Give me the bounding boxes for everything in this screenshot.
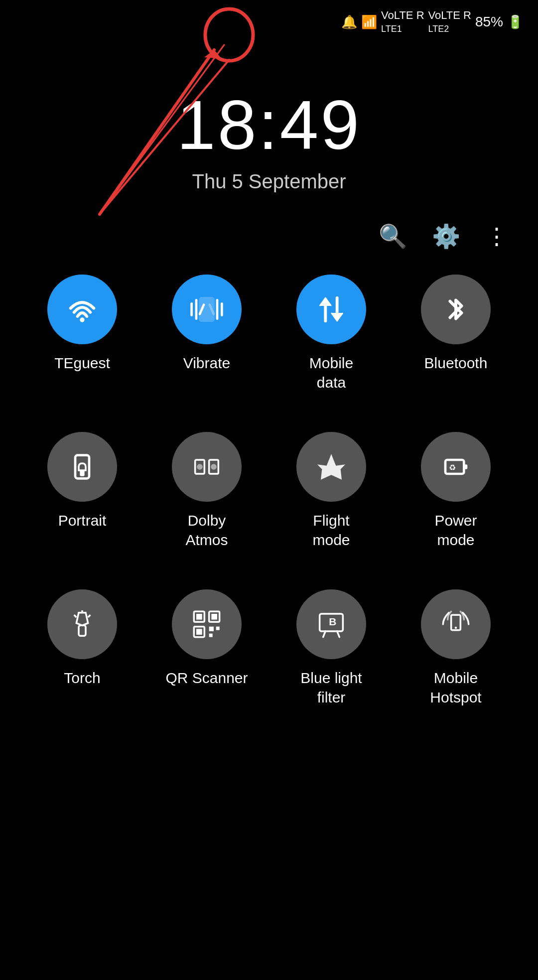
search-button[interactable]: 🔍 [379, 223, 407, 250]
svg-line-27 [74, 615, 77, 617]
qs-torch-circle [47, 589, 117, 659]
qs-teguest-label: TEguest [54, 353, 110, 373]
signal1-icon: VoLTE RLTE1 [381, 9, 424, 35]
svg-rect-32 [216, 627, 220, 630]
qs-torch[interactable]: Torch [20, 574, 144, 722]
qs-bluetooth[interactable]: Bluetooth [394, 260, 518, 407]
qs-vibrate[interactable]: Vibrate [144, 260, 269, 407]
svg-rect-35 [211, 614, 217, 620]
quick-settings-row-3: Torch QR Scanner B Blue lightfilter Mobi… [0, 574, 538, 722]
qs-mobile-hotspot[interactable]: MobileHotspot [394, 574, 518, 722]
svg-point-20 [211, 464, 217, 470]
qs-dolby-circle [172, 432, 242, 502]
svg-rect-22 [464, 464, 467, 469]
qs-flight-mode-label: Flightmode [312, 511, 350, 550]
svg-text:B: B [329, 616, 336, 627]
qs-bluetooth-circle [421, 275, 491, 344]
qs-qr-scanner[interactable]: QR Scanner [144, 574, 269, 722]
qs-portrait-label: Portrait [58, 511, 107, 530]
qs-dolby[interactable]: DolbyAtmos [144, 417, 269, 564]
svg-rect-24 [79, 625, 86, 636]
qs-portrait-circle [47, 432, 117, 502]
svg-rect-34 [196, 614, 202, 620]
qs-blue-light[interactable]: B Blue lightfilter [269, 574, 394, 722]
quick-settings-header: 🔍 ⚙️ ⋮ [0, 193, 538, 260]
qs-dolby-label: DolbyAtmos [185, 511, 228, 550]
qs-mobile-hotspot-label: MobileHotspot [430, 668, 481, 707]
svg-point-5 [80, 317, 84, 322]
qs-vibrate-label: Vibrate [183, 353, 231, 373]
qs-qr-scanner-circle [172, 589, 242, 659]
wifi-icon: 📶 [361, 14, 377, 30]
qs-mobile-data-circle [296, 275, 366, 344]
battery-icon: 🔋 [507, 14, 523, 30]
qs-portrait[interactable]: Portrait [20, 417, 144, 564]
qs-power-mode-circle: ♻ [421, 432, 491, 502]
qs-mobile-hotspot-circle [421, 589, 491, 659]
qs-mobile-data-label: Mobiledata [309, 353, 353, 392]
qs-flight-mode[interactable]: Flightmode [269, 417, 394, 564]
status-bar: 🔔 📶 VoLTE RLTE1 VoLTE RLTE2 85% 🔋 [0, 0, 538, 35]
qs-power-mode-label: Powermode [434, 511, 477, 550]
battery-percent: 85% [475, 14, 503, 30]
qs-qr-scanner-label: QR Scanner [165, 668, 248, 688]
svg-point-19 [197, 464, 203, 470]
more-button[interactable]: ⋮ [485, 223, 508, 250]
qs-bluetooth-label: Bluetooth [424, 353, 488, 373]
notification-icon: 🔔 [341, 14, 357, 30]
svg-rect-36 [196, 629, 202, 635]
svg-rect-31 [209, 627, 214, 631]
settings-button[interactable]: ⚙️ [432, 223, 460, 250]
qs-teguest[interactable]: TEguest [20, 260, 144, 407]
quick-settings-row-2: Portrait DolbyAtmos Flightmode ♻ Powermo… [0, 417, 538, 564]
signal2-icon: VoLTE RLTE2 [428, 9, 471, 35]
qs-power-mode[interactable]: ♻ Powermode [394, 417, 518, 564]
clock-time: 18:49 [177, 85, 361, 165]
qs-blue-light-circle: B [296, 589, 366, 659]
clock-date: Thu 5 September [192, 170, 346, 193]
svg-line-26 [88, 615, 91, 617]
qs-mobile-data[interactable]: Mobiledata [269, 260, 394, 407]
svg-point-42 [455, 627, 457, 629]
svg-marker-4 [204, 50, 222, 59]
qs-blue-light-label: Blue lightfilter [300, 668, 362, 707]
qs-torch-label: Torch [64, 668, 100, 688]
svg-rect-33 [209, 634, 213, 637]
qs-teguest-circle [47, 275, 117, 344]
quick-settings-row-1: TEguest Vibrate Mobiledata Bluetooth [0, 260, 538, 407]
qs-flight-mode-circle [296, 432, 366, 502]
clock-section: 18:49 Thu 5 September [0, 85, 538, 193]
qs-vibrate-circle [172, 275, 242, 344]
svg-text:♻: ♻ [449, 463, 456, 472]
